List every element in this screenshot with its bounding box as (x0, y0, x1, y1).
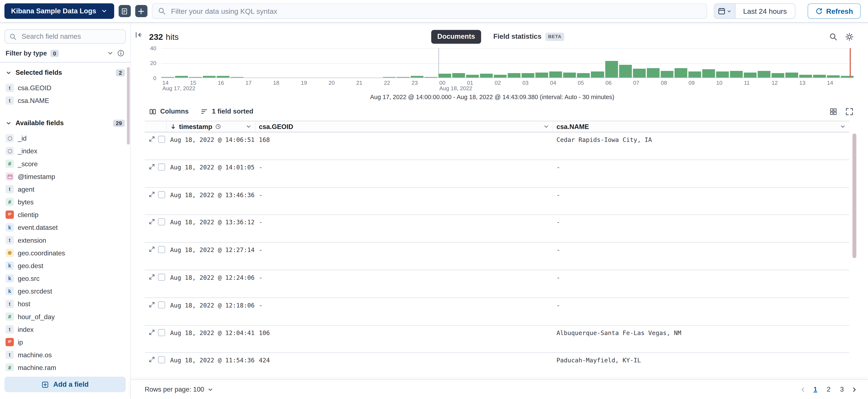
expand-row-button[interactable] (149, 301, 155, 308)
histogram-bar-25[interactable] (508, 73, 521, 77)
row-checkbox[interactable] (158, 163, 165, 170)
cell-csa-geoid[interactable]: - (255, 160, 553, 187)
column-header-csa-name[interactable]: csa.NAME (553, 121, 849, 132)
sidebar-scrollbar-thumb[interactable] (127, 67, 130, 144)
cell-csa-name[interactable]: - (553, 270, 849, 297)
field-item-index[interactable]: tindex (5, 323, 125, 336)
row-checkbox[interactable] (158, 136, 165, 143)
cell-csa-name[interactable]: - (553, 215, 849, 242)
field-search-input[interactable] (21, 32, 121, 41)
histogram-bar-20[interactable] (439, 74, 452, 77)
row-checkbox[interactable] (158, 246, 165, 253)
row-checkbox[interactable] (158, 219, 165, 226)
field-item-hour_of_day[interactable]: #hour_of_day (5, 310, 125, 323)
histogram-bar-22[interactable] (466, 74, 479, 77)
cell-timestamp[interactable]: Aug 18, 2022 @ 13:36:12.692 (167, 215, 255, 242)
cell-csa-geoid[interactable]: - (255, 215, 553, 242)
column-header-timestamp[interactable]: timestamp (167, 121, 255, 132)
field-item-_index[interactable]: _index (5, 145, 125, 157)
field-item-machine.ram[interactable]: #machine.ram (5, 361, 125, 371)
cell-timestamp[interactable]: Aug 18, 2022 @ 14:01:05.297 (167, 160, 255, 187)
grid-scrollbar-thumb[interactable] (852, 133, 856, 258)
histogram-bar-3[interactable] (203, 76, 216, 77)
inspect-button[interactable] (829, 32, 837, 41)
add-field-button[interactable]: Add a field (4, 377, 126, 392)
histogram-plot-area[interactable] (161, 48, 854, 78)
previous-page-button[interactable] (798, 385, 807, 394)
expand-row-button[interactable] (149, 274, 155, 280)
filter-by-type-row[interactable]: Filter by type 0 (5, 49, 125, 57)
pagination-page-1[interactable]: 1 (809, 383, 822, 396)
histogram-bar-34[interactable] (633, 69, 646, 78)
histogram-bar-49[interactable] (841, 76, 854, 77)
histogram-bar-37[interactable] (674, 68, 687, 77)
field-item-event.dataset[interactable]: kevent.dataset (5, 221, 125, 234)
row-checkbox[interactable] (158, 329, 165, 336)
kql-query-bar[interactable] (152, 3, 707, 19)
histogram-bar-46[interactable] (799, 74, 812, 77)
histogram-bar-26[interactable] (522, 73, 534, 77)
refresh-button[interactable]: Refresh (807, 3, 861, 19)
field-item-clientip[interactable]: IPclientip (5, 208, 125, 221)
tab-field-statistics[interactable]: Field statistics BETA (490, 32, 567, 41)
histogram-bar-43[interactable] (757, 71, 770, 77)
expand-row-button[interactable] (149, 191, 155, 197)
cell-csa-geoid[interactable]: - (255, 270, 553, 297)
histogram-bar-40[interactable] (716, 72, 728, 77)
rows-per-page-button[interactable]: Rows per page: 100 (145, 386, 214, 393)
cell-csa-name[interactable]: - (553, 160, 849, 187)
histogram-bar-39[interactable] (702, 69, 715, 77)
next-page-button[interactable] (850, 385, 859, 394)
field-search-box[interactable] (4, 29, 126, 44)
histogram-bar-17[interactable] (397, 77, 410, 77)
histogram-bar-19[interactable] (425, 77, 437, 77)
histogram-bar-47[interactable] (813, 74, 826, 77)
cell-csa-geoid[interactable]: - (255, 298, 553, 325)
cell-csa-name[interactable]: - (553, 243, 849, 270)
field-item-csa.NAME[interactable]: tcsa.NAME (5, 94, 125, 107)
row-checkbox[interactable] (158, 357, 165, 364)
histogram-bar-44[interactable] (771, 73, 784, 77)
columns-button[interactable]: Columns (149, 107, 189, 115)
histogram-bar-18[interactable] (411, 76, 424, 77)
histogram-bar-31[interactable] (591, 72, 604, 77)
time-range-button[interactable]: Last 24 hours (735, 4, 795, 18)
histogram-bar-1[interactable] (175, 76, 188, 77)
field-item-_id[interactable]: _id (5, 132, 125, 144)
row-checkbox[interactable] (158, 191, 165, 198)
field-list-scroll-area[interactable]: Selected fields 2 tcsa.GEOIDtcsa.NAME Av… (0, 63, 130, 371)
histogram-bar-33[interactable] (619, 65, 631, 77)
column-header-csa-geoid[interactable]: csa.GEOID (255, 121, 553, 132)
dataview-picker-button[interactable]: Kibana Sample Data Logs (4, 3, 114, 19)
histogram-bar-36[interactable] (660, 71, 673, 77)
cell-csa-geoid[interactable]: 106 (255, 326, 553, 353)
histogram-bar-2[interactable] (189, 77, 202, 77)
histogram-bar-27[interactable] (536, 72, 549, 77)
field-item-bytes[interactable]: #bytes (5, 196, 125, 208)
saved-query-button[interactable] (118, 5, 130, 18)
histogram-bar-29[interactable] (563, 72, 576, 77)
field-item-machine.os[interactable]: tmachine.os (5, 348, 125, 361)
histogram-bar-42[interactable] (744, 72, 756, 77)
selected-fields-header[interactable]: Selected fields 2 (5, 69, 125, 76)
field-item-geo.coordinates[interactable]: geo.coordinates (5, 246, 125, 259)
histogram-bar-45[interactable] (785, 72, 798, 77)
date-quick-select-button[interactable] (714, 4, 735, 18)
cell-timestamp[interactable]: Aug 18, 2022 @ 14:06:51.816 (167, 132, 255, 160)
fullscreen-button[interactable] (845, 107, 854, 115)
field-item-csa.GEOID[interactable]: tcsa.GEOID (5, 81, 125, 94)
field-item-geo.src[interactable]: kgeo.src (5, 272, 125, 285)
histogram-bar-16[interactable] (383, 77, 396, 77)
cell-timestamp[interactable]: Aug 18, 2022 @ 12:24:06.875 (167, 270, 255, 297)
cell-csa-name[interactable]: - (553, 188, 849, 215)
histogram-bar-41[interactable] (730, 71, 743, 77)
histogram-bar-48[interactable] (827, 75, 840, 77)
cell-csa-name[interactable]: Cedar Rapids-Iowa City, IA (553, 132, 849, 160)
field-item-host[interactable]: thost (5, 298, 125, 310)
histogram-bar-35[interactable] (647, 68, 659, 77)
cell-csa-name[interactable]: Paducah-Mayfield, KY-IL (553, 353, 849, 379)
expand-row-button[interactable] (149, 246, 155, 253)
expand-row-button[interactable] (149, 357, 155, 363)
pagination-page-2[interactable]: 2 (823, 383, 835, 396)
field-item-@timestamp[interactable]: @timestamp (5, 170, 125, 183)
